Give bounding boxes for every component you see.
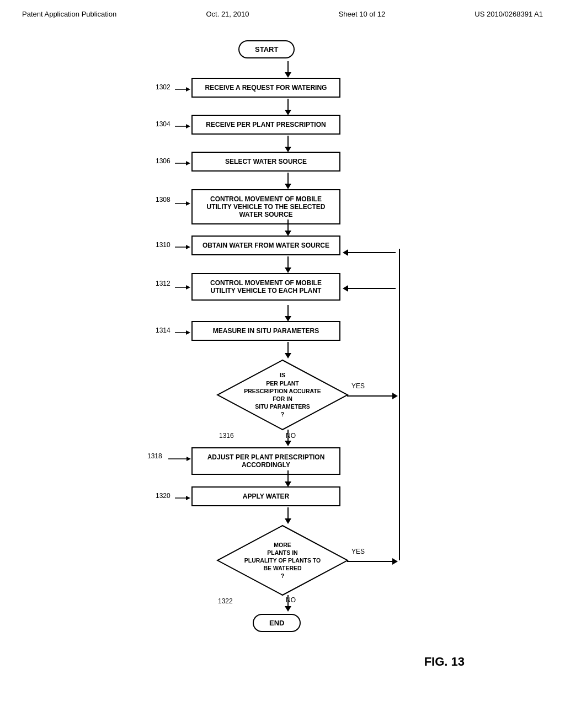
no-label-1322: NO [286,596,296,604]
arrow-1308-1310 [282,220,294,237]
label-1310: 1310 [156,241,170,249]
label-1312: 1312 [156,280,170,287]
arrow-label-1302 [175,85,191,93]
process-1314: MEASURE IN SITU PARAMETERS [191,321,340,341]
svg-marker-15 [186,201,190,206]
arrow-label-1320 [175,494,191,502]
arrow-label-1318 [168,455,192,463]
svg-marker-27 [186,330,190,335]
svg-marker-19 [186,245,190,249]
arrow-label-1308 [175,200,191,207]
svg-marker-51 [343,285,348,292]
header-sheet: Sheet 10 of 12 [339,10,386,18]
svg-marker-23 [186,285,190,290]
svg-marker-13 [285,184,291,189]
arrow-start-1302 [282,61,294,79]
svg-marker-11 [186,161,190,165]
arrow-label-1310 [175,243,191,251]
arrow-yes-1322-loop-vert [394,285,405,560]
yes-label-1322: YES [351,548,365,555]
label-1316: 1316 [219,432,234,440]
arrow-1320-1322 [282,507,294,525]
label-1320: 1320 [156,492,170,500]
header-publication: Patent Application Publication [22,10,116,18]
label-1314: 1314 [156,326,170,334]
label-1306: 1306 [156,157,170,165]
label-1322: 1322 [218,597,233,605]
label-1304: 1304 [156,120,170,128]
arrow-label-1304 [175,122,191,130]
process-1304: RECEIVE PER PLANT PRESCRIPTION [191,115,340,135]
end-terminal: END [253,614,301,632]
decision-1316-text: ISPER PLANTPRESCRIPTION ACCURATE FOR INS… [216,359,349,431]
svg-marker-3 [186,87,190,92]
arrow-1304-1306 [282,136,294,153]
decision-1322-text: MOREPLANTS INPLURALITY OF PLANTS TOBE WA… [216,524,349,596]
arrow-1314-1316 [282,342,294,360]
process-1312: CONTROL MOVEMENT OF MOBILE UTILITY VEHIC… [191,273,340,301]
svg-marker-29 [285,353,291,358]
svg-marker-45 [285,518,291,524]
process-1318: ADJUST PER PLANT PRESCRIPTION ACCORDINGL… [191,447,340,475]
arrow-label-1312 [175,283,191,291]
label-1318: 1318 [147,452,162,460]
label-1308: 1308 [156,196,170,204]
svg-marker-35 [343,249,348,256]
arrow-label-1314 [175,329,191,336]
no-label-1316: NO [286,432,296,440]
process-1306: SELECT WATER SOURCE [191,152,340,172]
yes-label-1316: YES [351,382,365,390]
arrow-1318-1320 [282,470,294,488]
arrow-1310-1312 [282,256,294,274]
process-1310: OBTAIN WATER FROM WATER SOURCE [191,235,340,255]
arrow-yes-loop-top [340,247,396,258]
arrow-label-1306 [175,159,191,167]
process-1308: CONTROL MOVEMENT OF MOBILE UTILITY VEHIC… [191,189,340,224]
label-1302: 1302 [156,83,170,91]
svg-marker-43 [186,496,190,500]
svg-marker-21 [285,267,291,273]
process-1302: RECEIVE A REQUEST FOR WATERING [191,78,340,98]
flowchart: START 1302 RECEIVE A REQUEST FOR WATERIN… [89,35,476,675]
start-terminal: START [238,40,295,58]
diagram-area: START 1302 RECEIVE A REQUEST FOR WATERIN… [0,24,565,675]
svg-marker-53 [285,606,291,612]
svg-marker-7 [186,124,190,129]
svg-marker-1 [285,72,291,78]
header-date: Oct. 21, 2010 [206,10,249,18]
arrow-1302-1304 [282,99,294,116]
svg-marker-37 [285,441,291,446]
page-header: Patent Application Publication Oct. 21, … [0,0,565,24]
header-patent: US 2010/0268391 A1 [475,10,543,18]
figure-label: FIG. 13 [424,655,465,669]
arrow-yes-1322-loop-horiz [340,283,396,294]
svg-marker-39 [186,457,191,461]
process-1320: APPLY WATER [191,486,340,506]
arrow-1306-1308 [282,173,294,190]
arrow-1312-1314 [282,305,294,323]
